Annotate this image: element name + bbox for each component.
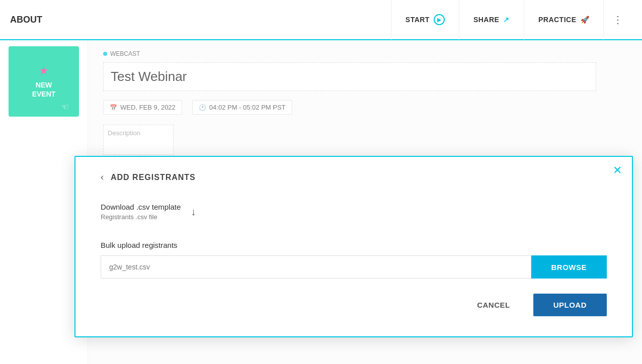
download-info: Download .csv template Registrants .csv … (101, 203, 181, 221)
start-label: START (406, 16, 430, 24)
rocket-icon: 🚀 (581, 16, 590, 24)
download-sublabel: Registrants .csv file (101, 213, 181, 221)
share-icon: ↗ (503, 16, 510, 24)
more-button[interactable]: ⋮ (603, 0, 632, 40)
browse-button[interactable]: BROWSE (531, 255, 607, 279)
start-icon: ▶ (434, 14, 445, 25)
share-button[interactable]: SHARE ↗ (459, 0, 524, 40)
download-label: Download .csv template (101, 203, 181, 211)
practice-button[interactable]: PRACTICE 🚀 (524, 0, 603, 40)
modal-header: ‹ ADD REGISTRANTS (101, 172, 607, 183)
about-tab[interactable]: ABOUT (10, 15, 391, 25)
file-upload-row: BROWSE (101, 255, 607, 279)
cancel-button[interactable]: CANCEL (462, 294, 525, 316)
modal-title: ADD REGISTRANTS (111, 173, 196, 182)
share-label: SHARE (473, 16, 500, 24)
file-input[interactable] (101, 255, 531, 279)
start-button[interactable]: START ▶ (391, 0, 459, 40)
practice-label: PRACTICE (538, 16, 577, 24)
modal-close-button[interactable]: ✕ (613, 164, 622, 177)
modal-footer: CANCEL UPLOAD (101, 294, 607, 316)
bulk-label: Bulk upload registrants (101, 241, 607, 249)
download-section: Download .csv template Registrants .csv … (101, 203, 607, 221)
bulk-section: Bulk upload registrants BROWSE (101, 241, 607, 279)
download-icon-button[interactable]: ↓ (191, 206, 196, 218)
nav-actions: START ▶ SHARE ↗ PRACTICE 🚀 ⋮ (391, 0, 632, 40)
top-navigation: ABOUT START ▶ SHARE ↗ PRACTICE 🚀 ⋮ (0, 0, 642, 40)
upload-button[interactable]: UPLOAD (533, 294, 607, 316)
modal-back-button[interactable]: ‹ (101, 172, 104, 183)
add-registrants-modal: ✕ ‹ ADD REGISTRANTS Download .csv templa… (74, 156, 633, 337)
main-content: ★ NEWEVENT ☜ WEBCAST 📅 WED, FEB 9, 2022 … (0, 40, 642, 364)
